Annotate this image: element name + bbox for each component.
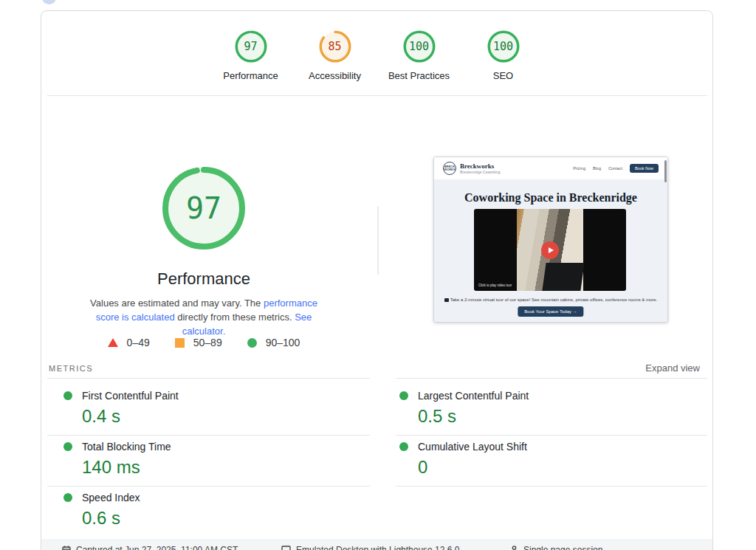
best-practices-gauge: 100 [403,30,436,63]
score-disclaimer: Values are estimated and may vary. The p… [78,296,329,338]
legend-pass: 90–100 [247,337,300,348]
main-performance-title: Performance [41,269,366,289]
preview-nav-pricing: Pricing [573,166,585,171]
seo-score: 100 [487,30,520,63]
performance-score: 97 [235,30,267,63]
person-icon [510,546,518,550]
legend-average: 50–89 [175,337,222,348]
legend-fail: 0–49 [108,337,150,348]
fail-range: 0–49 [127,337,150,348]
pass-circle-icon [247,338,257,348]
performance-gauge: 97 [235,30,267,63]
metrics-divider [47,486,370,487]
monitor-icon [281,546,291,550]
site-screenshot-preview: BRECK WORKS Breckworks Breckenridge Cowo… [433,157,668,323]
metric-value: 0.6 s [82,508,140,529]
pass-range: 90–100 [266,337,300,348]
vertical-divider [377,206,379,275]
metric-largest-contentful-paint: Largest Contentful Paint 0.5 s [399,390,529,427]
score-chip-best-practices[interactable]: 100 Best Practices [386,30,453,81]
score-chip-accessibility[interactable]: 85 Accessibility [302,30,368,81]
footer-environment: Emulated Desktop with Lighthouse 12.6.0 [281,545,459,550]
seo-gauge: 100 [487,30,520,63]
preview-brand-subtitle: Breckenridge Coworking [460,170,500,174]
metrics-divider [396,486,707,487]
pass-dot-icon [63,493,72,502]
score-scale-legend: 0–49 50–89 90–100 [41,337,366,348]
preview-book-now-button: Book Now [630,164,659,173]
category-scores-row: 97 Performance 85 Accessibility 100 Best… [41,30,712,81]
metric-first-contentful-paint: First Contentful Paint 0.4 s [63,390,179,427]
metric-speed-index: Speed Index 0.6 s [63,492,140,529]
preview-brand-name: Breckworks [460,162,500,170]
metrics-divider [47,378,370,379]
metrics-divider [396,435,707,436]
metric-value: 0 [418,457,527,478]
expand-view-button[interactable]: Expand view [645,362,700,374]
pass-dot-icon [399,391,408,400]
preview-video-overlay-text: Click to play video tour [478,283,512,287]
metric-value: 0.4 s [82,406,179,427]
accessibility-gauge: 85 [319,30,351,63]
seo-label: SEO [493,70,513,81]
metrics-section-title: METRICS [49,364,93,373]
pass-dot-icon [63,442,72,451]
lighthouse-report-card: 97 Performance 85 Accessibility 100 Best… [41,10,713,550]
disclaimer-text: Values are estimated and may vary. The [90,298,264,309]
metric-total-blocking-time: Total Blocking Time 140 ms [63,441,171,478]
best-practices-label: Best Practices [388,70,450,81]
preview-book-space-button: Book Your Space Today → [518,306,583,317]
preview-nav-contact: Contact [608,166,622,171]
best-practices-score: 100 [403,30,436,63]
preview-video-player: Click to play video tour [474,209,626,291]
preview-video-caption: Take a 2-minute virtual tour of our spac… [434,298,667,302]
fail-triangle-icon [108,338,118,347]
metrics-divider [47,435,370,436]
disclaimer-text: directly from these metrics. [175,312,295,323]
metric-value: 0.5 s [418,406,529,427]
play-button-icon [541,241,559,259]
main-performance-score: 97 [161,165,247,251]
pass-dot-icon [399,442,408,451]
preview-headline: Coworking Space in Breckenridge [434,191,667,204]
metric-cumulative-layout-shift: Cumulative Layout Shift 0 [399,441,527,478]
accessibility-score: 85 [319,30,351,63]
preview-video-shadow [542,263,584,291]
camera-icon [444,298,449,302]
pass-dot-icon [63,391,72,400]
performance-label: Performance [223,70,278,81]
metric-value: 140 ms [82,457,171,478]
main-performance-gauge: 97 [161,165,247,251]
metrics-divider [396,378,707,379]
preview-nav-blog: Blog [593,166,601,171]
average-square-icon [175,338,185,348]
preview-nav: Pricing Blog Contact Book Now [573,164,659,173]
average-range: 50–89 [193,337,222,348]
report-footer: Captured at Jun 27, 2025, 11:00 AM CST E… [41,539,712,550]
calendar-icon [62,546,71,550]
score-chip-seo[interactable]: 100 SEO [470,30,537,81]
section-divider [47,95,707,96]
preview-site-logo: BRECK WORKS [443,162,456,175]
footer-session: Single page session [510,545,602,550]
metrics-header: METRICS Expand view [47,362,700,376]
avatar[interactable] [42,0,56,4]
preview-site-header: BRECK WORKS Breckworks Breckenridge Cowo… [434,157,667,179]
preview-hero-section: Coworking Space in Breckenridge Click to… [434,179,667,322]
accessibility-label: Accessibility [309,70,361,81]
footer-captured-at: Captured at Jun 27, 2025, 11:00 AM CST [62,545,238,550]
preview-scrollbar [664,160,667,182]
pagespeed-report: 97 Performance 85 Accessibility 100 Best… [0,0,756,550]
score-chip-performance[interactable]: 97 Performance [218,30,284,81]
